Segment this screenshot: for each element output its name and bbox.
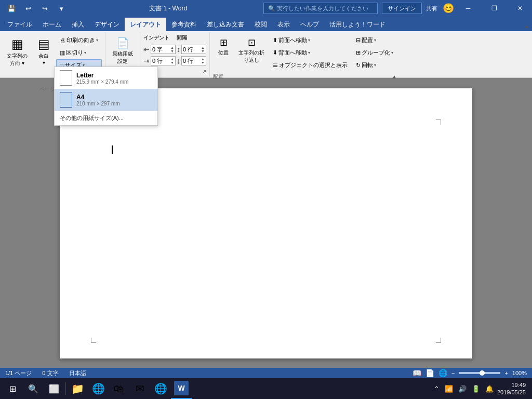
chrome-app[interactable]: 🌐 — [150, 378, 171, 399]
indent-left-row: ⇤ 0 字 ▲ ▼ — [143, 45, 176, 54]
arrange-collapse[interactable]: ▲ — [392, 74, 397, 79]
tab-insert[interactable]: 挿入 — [66, 18, 89, 31]
redo-button[interactable]: ↪ — [37, 1, 52, 16]
indent-right-up[interactable]: ▲ — [170, 57, 174, 61]
tab-review[interactable]: 校閲 — [249, 18, 272, 31]
web-layout-icon[interactable]: 🌐 — [438, 369, 447, 377]
paragraph-dialog-launcher[interactable]: ↗ — [202, 69, 206, 74]
file-explorer-app[interactable]: 📁 — [67, 378, 88, 399]
a4-size-text: A4 210 mm × 297 mm — [76, 94, 120, 107]
zoom-in-button[interactable]: + — [504, 370, 508, 376]
tab-home[interactable]: ホーム — [37, 18, 66, 31]
tab-references[interactable]: 参考資料 — [166, 18, 202, 31]
spacing-after-input[interactable]: 0 行 ▲ ▼ — [181, 56, 206, 65]
send-backward-button[interactable]: ⬇ 背面へ移動 ▾ — [269, 47, 351, 59]
align-button[interactable]: ⊟ 配置 ▾ — [352, 34, 397, 46]
network-icon[interactable]: 📶 — [443, 385, 455, 393]
rotate-button[interactable]: ↻ 回転 ▾ — [352, 59, 397, 71]
spacing-before-input[interactable]: 0 行 ▲ ▼ — [181, 45, 206, 54]
share-button[interactable]: 共有 — [426, 5, 437, 12]
text-cursor — [112, 145, 113, 154]
word-app[interactable]: W — [171, 378, 192, 399]
chevron-up-icon[interactable]: ⌃ — [432, 385, 441, 393]
read-mode-icon[interactable]: 📖 — [413, 369, 421, 377]
spacing-after-arrows[interactable]: ▲ ▼ — [201, 57, 205, 64]
document-page[interactable] — [60, 88, 472, 358]
text-wrap-button[interactable]: ⊡ 文字列の折り返し — [235, 34, 268, 71]
arrange-small-col2: ⊟ 配置 ▾ ⊞ グループ化 ▾ ↻ 回転 ▾ — [352, 34, 397, 71]
search-bar[interactable]: 🔍 実行したい作業を入力してください — [263, 3, 378, 14]
indent-left-icon: ⇤ — [143, 45, 150, 54]
taskbar-separator — [65, 382, 66, 395]
spacing-after-down[interactable]: ▼ — [201, 61, 205, 64]
indent-right-down[interactable]: ▼ — [170, 61, 174, 64]
bring-forward-button[interactable]: ⬆ 前面へ移動 ▾ — [269, 34, 351, 46]
volume-icon[interactable]: 🔊 — [457, 385, 468, 393]
size-option-a4[interactable]: A4 210 mm × 297 mm — [55, 89, 157, 111]
indent-left-arrows[interactable]: ▲ ▼ — [170, 46, 174, 53]
taskbar-clock[interactable]: 19:49 2019/05/25 — [497, 381, 526, 396]
orientation-dropdown-arrow: ▾ — [96, 38, 98, 43]
quick-access-toolbar: 💾 ↩ ↪ ▾ — [0, 1, 73, 16]
letter-size-text: Letter 215.9 mm × 279.4 mm — [76, 72, 128, 85]
language: 日本語 — [69, 369, 86, 377]
search-button[interactable]: 🔍 — [23, 378, 44, 399]
emoji-feedback[interactable]: 😊 — [443, 3, 454, 14]
zoom-out-button[interactable]: − — [451, 370, 455, 376]
indent-right-arrows[interactable]: ▲ ▼ — [170, 57, 174, 64]
store-app[interactable]: 🛍 — [109, 378, 129, 399]
a4-name: A4 — [76, 94, 120, 101]
spacing-after-up[interactable]: ▲ — [201, 57, 205, 61]
spacing-before-row: ↕ 0 行 ▲ ▼ — [177, 45, 206, 54]
size-option-letter[interactable]: Letter 215.9 mm × 279.4 mm — [55, 67, 157, 89]
start-button[interactable]: ⊞ — [2, 378, 23, 399]
clock-date: 2019/05/25 — [497, 389, 526, 396]
spacing-before-down[interactable]: ▼ — [201, 49, 205, 53]
notification-icon[interactable]: 🔔 — [484, 385, 495, 393]
close-button[interactable]: ✕ — [508, 0, 532, 17]
text-direction-button[interactable]: ▦ 文字列の方向 ▾ — [3, 34, 31, 70]
customize-qat-button[interactable]: ▾ — [54, 1, 69, 16]
letter-dims: 215.9 mm × 279.4 mm — [76, 79, 128, 85]
tab-design[interactable]: デザイン — [89, 18, 125, 31]
zoom-slider[interactable] — [459, 372, 500, 374]
a4-paper-icon — [60, 92, 72, 108]
mail-app[interactable]: ✉ — [129, 378, 150, 399]
edge-app[interactable]: 🌐 — [88, 378, 109, 399]
indent-right-icon: ⇥ — [143, 57, 150, 65]
undo-button[interactable]: ↩ — [21, 1, 35, 16]
save-button[interactable]: 💾 — [4, 1, 19, 16]
group-button[interactable]: ⊞ グループ化 ▾ — [352, 47, 397, 59]
tab-help[interactable]: ヘルプ — [295, 18, 324, 31]
spacing-before-up[interactable]: ▲ — [201, 46, 205, 49]
spacing-before-arrows[interactable]: ▲ ▼ — [201, 46, 205, 53]
indent-left-down[interactable]: ▼ — [170, 49, 174, 53]
tab-layout[interactable]: レイアウト — [125, 18, 166, 31]
margins-button[interactable]: ▤ 余白▾ — [32, 34, 55, 68]
tab-file[interactable]: ファイル — [2, 18, 37, 31]
arrange-buttons: ⊞ 位置 ⊡ 文字列の折り返し ⬆ 前面へ移動 ▾ ⬇ 背面へ移動 — [213, 34, 397, 71]
size-other-option[interactable]: その他の用紙サイズ(A)... — [55, 111, 157, 125]
battery-icon[interactable]: 🔋 — [470, 385, 482, 393]
minimize-button[interactable]: ─ — [456, 0, 480, 17]
task-view-button[interactable]: ⬜ — [44, 378, 64, 399]
ribbon-collapse-button[interactable]: ▲ — [522, 21, 532, 31]
selection-pane-button[interactable]: ☰ オブジェクトの選択と表示 — [269, 59, 351, 71]
maximize-button[interactable]: ❐ — [482, 0, 506, 17]
tab-view[interactable]: 表示 — [272, 18, 295, 31]
indent-left-up[interactable]: ▲ — [170, 46, 174, 49]
position-button[interactable]: ⊞ 位置 — [213, 34, 234, 71]
original-paper-button[interactable]: 📄 原稿用紙設定 — [109, 34, 137, 68]
print-orientation-button[interactable]: 🖨 印刷の向き ▾ — [56, 34, 102, 46]
tab-mailings[interactable]: 差し込み文書 — [202, 18, 249, 31]
taskbar-right: ⌃ 📶 🔊 🔋 🔔 19:49 2019/05/25 — [432, 381, 530, 396]
print-layout-icon[interactable]: 📄 — [425, 369, 434, 377]
spacing-after-row: ↨ 0 行 ▲ ▼ — [177, 56, 206, 65]
tab-acrobat[interactable]: 活用しよう！ワード — [324, 18, 391, 31]
ribbon-tabs: ファイル ホーム 挿入 デザイン レイアウト 参考資料 差し込み文書 校閲 表示… — [0, 17, 532, 31]
indent-right-row: ⇥ 0 行 ▲ ▼ — [143, 56, 176, 65]
signin-button[interactable]: サインイン — [382, 3, 422, 14]
indent-left-input[interactable]: 0 字 ▲ ▼ — [151, 45, 176, 54]
indent-right-input[interactable]: 0 行 ▲ ▼ — [151, 56, 176, 65]
columns-button[interactable]: ▥ 区切り ▾ — [56, 47, 102, 59]
